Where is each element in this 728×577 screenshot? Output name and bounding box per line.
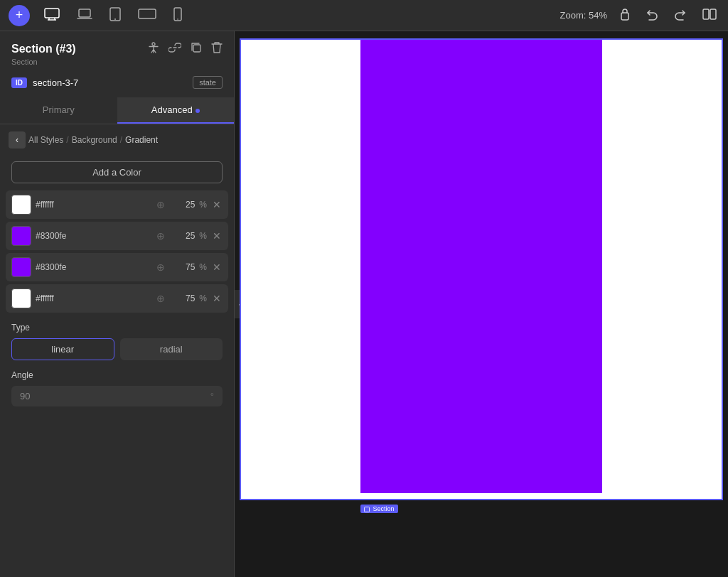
color-hex-input-1[interactable] [36, 200, 152, 210]
section-sublabel: Section [11, 58, 223, 66]
section-actions [147, 41, 223, 56]
color-percent-input-4[interactable] [169, 293, 195, 303]
tab-advanced[interactable]: Advanced [117, 97, 235, 124]
widescreen-icon[interactable] [135, 6, 159, 26]
angle-section: Angle ° [0, 367, 234, 416]
color-swatch-2[interactable] [11, 226, 31, 246]
angle-label: Angle [11, 370, 223, 380]
percent-sym-1: % [199, 200, 207, 210]
breadcrumb-all-styles[interactable]: All Styles [28, 135, 63, 145]
svg-point-9 [177, 18, 178, 20]
breadcrumb: ‹ All Styles / Background / Gradient [0, 124, 234, 156]
type-linear-button[interactable]: linear [11, 338, 114, 360]
breadcrumb-sep2: / [120, 135, 122, 145]
mobile-icon[interactable] [171, 4, 185, 27]
globe-icon-1[interactable]: ⊕ [156, 199, 165, 210]
color-percent-input-3[interactable] [169, 262, 195, 272]
section-title-text: Section (#3) [11, 43, 76, 55]
svg-rect-12 [710, 9, 716, 19]
zoom-label: Zoom: 54% [560, 10, 608, 21]
color-row-1: ⊕ % ✕ [6, 190, 228, 219]
state-button[interactable]: state [193, 76, 223, 89]
toolbar-right: Zoom: 54% [560, 5, 720, 26]
duplicate-icon[interactable] [190, 41, 203, 56]
tablet-icon[interactable] [107, 4, 124, 27]
angle-input[interactable] [20, 391, 210, 401]
color-remove-btn-1[interactable]: ✕ [211, 199, 223, 210]
add-color-row: Add a Color [0, 156, 234, 190]
color-row-2: ⊕ % ✕ [6, 222, 228, 250]
undo-button[interactable] [643, 5, 661, 26]
id-badge: ID [11, 77, 27, 88]
svg-rect-4 [79, 9, 90, 17]
color-rows: ⊕ % ✕ ⊕ % ✕ ⊕ % ✕ [0, 190, 234, 313]
desktop-icon[interactable] [41, 5, 63, 26]
canvas-content: Section [235, 31, 728, 577]
device-icons [41, 4, 185, 27]
add-button[interactable]: + [9, 5, 30, 26]
canvas-gradient-block [360, 38, 602, 493]
svg-rect-14 [193, 45, 200, 52]
percent-sym-4: % [199, 293, 207, 303]
section-title-row: Section (#3) [11, 41, 223, 56]
color-row-3: ⊕ % ✕ [6, 253, 228, 281]
link-icon[interactable] [168, 43, 181, 55]
pages-button[interactable] [700, 6, 719, 26]
accessibility-icon[interactable] [147, 41, 160, 56]
globe-icon-4[interactable]: ⊕ [156, 293, 165, 304]
canvas-area[interactable]: ‹ Section [235, 31, 728, 577]
color-swatch-1[interactable] [11, 195, 31, 215]
angle-deg: ° [210, 391, 214, 401]
svg-point-6 [114, 18, 116, 20]
svg-rect-10 [621, 13, 628, 20]
type-section: Type linear radial [0, 313, 234, 367]
color-swatch-4[interactable] [11, 288, 31, 308]
svg-rect-11 [703, 9, 709, 19]
percent-sym-3: % [199, 262, 207, 272]
color-row-4: ⊕ % ✕ [6, 284, 228, 313]
lock-button[interactable] [617, 5, 633, 26]
breadcrumb-background[interactable]: Background [72, 135, 117, 145]
id-input[interactable] [33, 77, 187, 88]
color-hex-input-3[interactable] [36, 262, 152, 272]
color-remove-btn-4[interactable]: ✕ [211, 293, 223, 304]
tabs-row: Primary Advanced [0, 97, 234, 124]
color-swatch-3[interactable] [11, 257, 31, 277]
globe-icon-2[interactable]: ⊕ [156, 230, 165, 242]
breadcrumb-gradient: Gradient [125, 135, 158, 145]
svg-rect-0 [45, 9, 59, 18]
svg-rect-7 [139, 9, 156, 18]
type-radial-button[interactable]: radial [120, 338, 223, 360]
add-color-button[interactable]: Add a Color [11, 161, 223, 183]
breadcrumb-sep1: / [66, 135, 68, 145]
tab-dot [196, 109, 200, 113]
delete-icon[interactable] [211, 41, 223, 56]
redo-button[interactable] [671, 5, 690, 26]
angle-input-row: ° [11, 386, 223, 406]
id-row: ID state [0, 76, 234, 97]
globe-icon-3[interactable]: ⊕ [156, 261, 165, 273]
section-label-tag: Section [360, 505, 398, 513]
section-header: Section (#3) Section [0, 31, 234, 76]
svg-rect-15 [365, 507, 370, 512]
type-buttons: linear radial [11, 338, 223, 360]
tab-primary[interactable]: Primary [0, 97, 117, 124]
top-toolbar: + Zoom: 54% [0, 0, 728, 31]
color-hex-input-4[interactable] [36, 293, 152, 303]
color-percent-input-2[interactable] [169, 231, 195, 241]
percent-sym-2: % [199, 231, 207, 241]
color-remove-btn-3[interactable]: ✕ [211, 261, 223, 273]
left-panel: Section (#3) Section [0, 31, 235, 577]
color-remove-btn-2[interactable]: ✕ [211, 230, 223, 242]
color-hex-input-2[interactable] [36, 231, 152, 241]
main-area: Section (#3) Section [0, 31, 728, 577]
color-percent-input-1[interactable] [169, 200, 195, 210]
toolbar-left: + [9, 4, 560, 27]
breadcrumb-back-button[interactable]: ‹ [9, 131, 26, 149]
svg-point-13 [152, 43, 155, 45]
type-label: Type [11, 323, 223, 333]
canvas-page: Section [240, 38, 723, 500]
laptop-icon[interactable] [74, 5, 95, 26]
